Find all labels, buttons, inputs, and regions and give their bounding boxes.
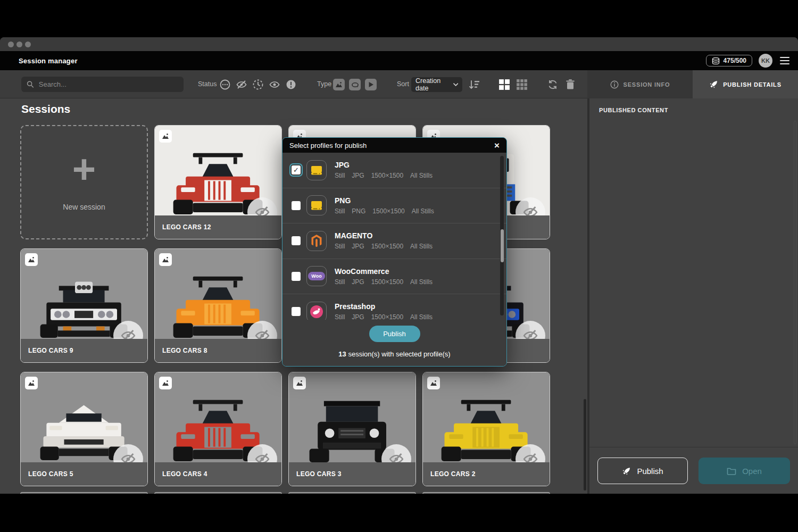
tab-publish-details[interactable]: PUBLISH DETAILS (693, 70, 798, 98)
window-minimize-icon[interactable] (16, 41, 22, 47)
still-type-badge (427, 377, 440, 389)
profile-checkbox[interactable] (292, 307, 301, 316)
status-scheduled-icon[interactable] (252, 79, 264, 90)
session-card[interactable]: LEGO CARS 12 (154, 125, 282, 239)
session-card[interactable]: LEGO CARS 4 (154, 372, 282, 486)
modal-publish-button[interactable]: Publish (369, 326, 420, 342)
credits-badge[interactable]: 475/500 (706, 55, 752, 66)
session-card[interactable]: LEGO CARS 8 (154, 248, 282, 363)
status-hidden-icon[interactable] (236, 79, 247, 90)
profile-checkbox[interactable] (292, 201, 301, 210)
session-card[interactable]: LEGO CARS 2 (422, 372, 550, 486)
profile-row[interactable]: JPGStillJPG1500×1500All Stills (282, 153, 506, 188)
profile-checkbox[interactable] (292, 165, 301, 174)
profile-details: StillJPG1500×1500All Stills (335, 243, 433, 250)
file-export-drive-icon (310, 200, 323, 211)
sort-dropdown[interactable]: Creation date (411, 77, 462, 92)
modal-scrollbar-thumb[interactable] (501, 229, 504, 262)
profile-detail: Still (335, 278, 345, 286)
published-content-heading: PUBLISHED CONTENT (599, 107, 668, 113)
profile-text: PNGStillPNG1500×1500All Stills (335, 196, 434, 215)
type-video-icon[interactable] (365, 79, 377, 90)
panel-scrollbar[interactable] (794, 121, 796, 444)
status-visible-icon[interactable] (269, 79, 280, 90)
session-name: LEGO CARS 4 (155, 462, 281, 486)
trash-icon[interactable] (564, 79, 576, 90)
coins-icon (712, 57, 720, 64)
session-card[interactable]: LEGO CARS 5 (20, 372, 148, 486)
modal-header: Select profiles for publish × (282, 138, 506, 153)
profile-text: PrestashopStillJPG1500×1500All Stills (335, 302, 433, 321)
profile-detail: JPG (352, 243, 364, 250)
type-filter-label: Type (317, 80, 331, 88)
image-type-icon (430, 380, 437, 386)
avatar-initials: KK (761, 57, 770, 64)
main-scrollbar[interactable] (584, 399, 586, 491)
sort-order-desc-icon[interactable] (468, 79, 480, 91)
profile-row[interactable]: WooWooCommerceStillJPG1500×1500All Still… (282, 259, 506, 295)
info-icon (610, 80, 619, 89)
menu-icon[interactable] (779, 56, 791, 65)
open-button[interactable]: Open (699, 458, 790, 484)
rocket-icon (622, 467, 631, 476)
app-header: Session manager 475/500 KK (0, 51, 798, 70)
profile-details: StillJPG1500×1500All Stills (335, 172, 433, 179)
profile-details: StillPNG1500×1500All Stills (335, 207, 434, 215)
grid-large-view-icon[interactable] (498, 79, 510, 90)
profiles-list: JPGStillJPG1500×1500All Stills PNGStillP… (282, 153, 506, 321)
avatar[interactable]: KK (759, 54, 772, 68)
profile-row[interactable]: PNGStillPNG1500×1500All Stills (282, 188, 506, 224)
close-icon[interactable]: × (494, 141, 500, 150)
publish-button[interactable]: Publish (597, 458, 688, 484)
modal-scrollbar-track (500, 156, 504, 315)
profile-detail: 1500×1500 (371, 278, 403, 286)
image-type-icon (162, 380, 169, 386)
modal-title: Select profiles for publish (289, 142, 367, 149)
status-pending-icon[interactable] (219, 79, 231, 90)
modal-summary: 13 session(s) with selected profile(s) (338, 350, 450, 358)
rocket-icon (709, 80, 718, 89)
profile-name: WooCommerce (335, 267, 433, 276)
type-still-icon[interactable] (333, 79, 345, 90)
profile-detail: Still (335, 207, 345, 215)
refresh-icon[interactable] (547, 79, 559, 90)
profile-detail: All Stills (410, 172, 433, 179)
profile-detail: JPG (352, 278, 364, 286)
type-360-icon[interactable] (349, 79, 361, 90)
tab-session-info-label: SESSION INFO (624, 81, 670, 88)
profile-text: WooCommerceStillJPG1500×1500All Stills (335, 267, 433, 286)
grid-small-view-icon[interactable] (516, 79, 528, 90)
window-close-icon[interactable] (8, 41, 14, 47)
new-session-button[interactable]: + New session (20, 125, 148, 239)
sessions-heading: Sessions (21, 103, 70, 115)
profile-name: PNG (335, 196, 434, 205)
sort-value: Creation date (415, 77, 453, 92)
status-error-icon[interactable] (285, 79, 297, 90)
still-type-badge (293, 377, 306, 389)
session-card[interactable]: LEGO CARS 3 (288, 372, 416, 486)
prestashop-icon (310, 305, 323, 319)
profile-detail: JPG (352, 172, 364, 179)
woocommerce-icon: Woo (308, 272, 325, 280)
panel-tabs: SESSION INFO PUBLISH DETAILS (587, 70, 798, 98)
session-name: LEGO CARS 9 (21, 339, 147, 362)
session-name: LEGO CARS 3 (289, 462, 415, 486)
chevron-down-icon (453, 83, 458, 86)
tab-session-info[interactable]: SESSION INFO (587, 70, 693, 98)
search-box (21, 77, 184, 92)
profile-checkbox[interactable] (292, 236, 301, 245)
session-name: LEGO CARS 5 (21, 462, 147, 486)
image-type-icon (162, 256, 169, 263)
search-input[interactable] (39, 80, 178, 88)
credits-value: 475/500 (724, 57, 746, 64)
magento-icon (310, 234, 323, 248)
selected-session-count: 13 (338, 350, 346, 358)
session-name: LEGO CARS 8 (155, 339, 281, 362)
still-type-badge (159, 130, 172, 143)
profile-checkbox[interactable] (292, 272, 301, 281)
profile-row[interactable]: MAGENTOStillJPG1500×1500All Stills (282, 223, 506, 259)
session-name: LEGO CARS 12 (155, 215, 281, 239)
session-card[interactable]: LEGO CARS 9 (20, 248, 148, 363)
window-maximize-icon[interactable] (25, 41, 31, 47)
profile-row[interactable]: PrestashopStillJPG1500×1500All Stills (282, 294, 506, 321)
